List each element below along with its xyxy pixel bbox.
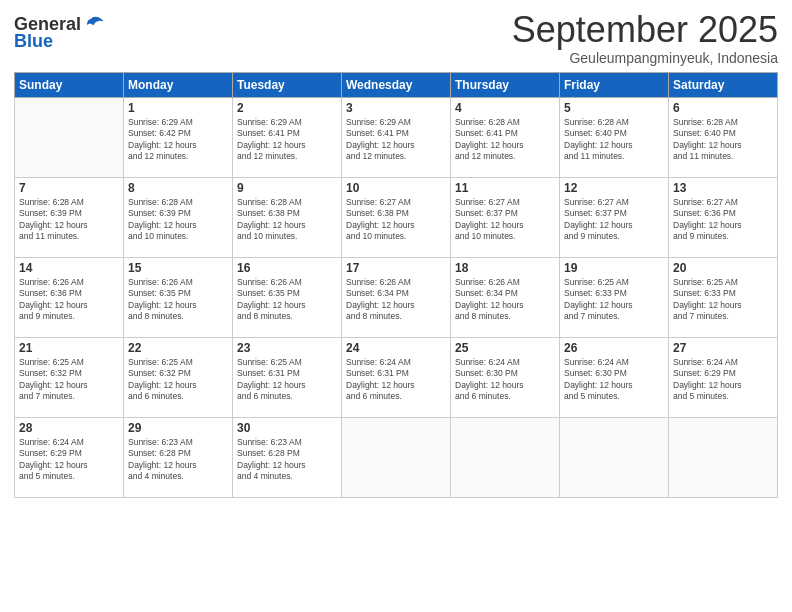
calendar-header: SundayMondayTuesdayWednesdayThursdayFrid… bbox=[15, 72, 778, 97]
day-number: 23 bbox=[237, 341, 337, 355]
day-info: Sunrise: 6:28 AM Sunset: 6:39 PM Dayligh… bbox=[128, 197, 228, 243]
calendar-cell: 4Sunrise: 6:28 AM Sunset: 6:41 PM Daylig… bbox=[451, 97, 560, 177]
calendar-cell: 16Sunrise: 6:26 AM Sunset: 6:35 PM Dayli… bbox=[233, 257, 342, 337]
day-info: Sunrise: 6:25 AM Sunset: 6:33 PM Dayligh… bbox=[673, 277, 773, 323]
header-row: SundayMondayTuesdayWednesdayThursdayFrid… bbox=[15, 72, 778, 97]
day-info: Sunrise: 6:28 AM Sunset: 6:38 PM Dayligh… bbox=[237, 197, 337, 243]
calendar-cell: 28Sunrise: 6:24 AM Sunset: 6:29 PM Dayli… bbox=[15, 417, 124, 497]
day-number: 1 bbox=[128, 101, 228, 115]
day-number: 20 bbox=[673, 261, 773, 275]
header-day-thursday: Thursday bbox=[451, 72, 560, 97]
calendar-cell: 8Sunrise: 6:28 AM Sunset: 6:39 PM Daylig… bbox=[124, 177, 233, 257]
location-subtitle: Geuleumpangminyeuk, Indonesia bbox=[512, 50, 778, 66]
day-number: 19 bbox=[564, 261, 664, 275]
day-number: 21 bbox=[19, 341, 119, 355]
calendar-cell: 25Sunrise: 6:24 AM Sunset: 6:30 PM Dayli… bbox=[451, 337, 560, 417]
calendar-cell: 3Sunrise: 6:29 AM Sunset: 6:41 PM Daylig… bbox=[342, 97, 451, 177]
calendar-week-4: 21Sunrise: 6:25 AM Sunset: 6:32 PM Dayli… bbox=[15, 337, 778, 417]
header-day-wednesday: Wednesday bbox=[342, 72, 451, 97]
day-number: 24 bbox=[346, 341, 446, 355]
day-info: Sunrise: 6:24 AM Sunset: 6:30 PM Dayligh… bbox=[564, 357, 664, 403]
day-number: 15 bbox=[128, 261, 228, 275]
calendar-cell: 30Sunrise: 6:23 AM Sunset: 6:28 PM Dayli… bbox=[233, 417, 342, 497]
day-number: 3 bbox=[346, 101, 446, 115]
calendar-cell: 11Sunrise: 6:27 AM Sunset: 6:37 PM Dayli… bbox=[451, 177, 560, 257]
day-number: 30 bbox=[237, 421, 337, 435]
calendar-cell: 1Sunrise: 6:29 AM Sunset: 6:42 PM Daylig… bbox=[124, 97, 233, 177]
day-number: 2 bbox=[237, 101, 337, 115]
calendar-week-2: 7Sunrise: 6:28 AM Sunset: 6:39 PM Daylig… bbox=[15, 177, 778, 257]
calendar-cell bbox=[451, 417, 560, 497]
day-number: 18 bbox=[455, 261, 555, 275]
calendar-cell: 13Sunrise: 6:27 AM Sunset: 6:36 PM Dayli… bbox=[669, 177, 778, 257]
calendar-cell: 6Sunrise: 6:28 AM Sunset: 6:40 PM Daylig… bbox=[669, 97, 778, 177]
calendar-cell: 18Sunrise: 6:26 AM Sunset: 6:34 PM Dayli… bbox=[451, 257, 560, 337]
day-info: Sunrise: 6:23 AM Sunset: 6:28 PM Dayligh… bbox=[128, 437, 228, 483]
day-number: 22 bbox=[128, 341, 228, 355]
calendar-cell: 19Sunrise: 6:25 AM Sunset: 6:33 PM Dayli… bbox=[560, 257, 669, 337]
calendar-cell: 10Sunrise: 6:27 AM Sunset: 6:38 PM Dayli… bbox=[342, 177, 451, 257]
calendar-cell: 9Sunrise: 6:28 AM Sunset: 6:38 PM Daylig… bbox=[233, 177, 342, 257]
day-number: 4 bbox=[455, 101, 555, 115]
calendar-week-1: 1Sunrise: 6:29 AM Sunset: 6:42 PM Daylig… bbox=[15, 97, 778, 177]
day-info: Sunrise: 6:29 AM Sunset: 6:42 PM Dayligh… bbox=[128, 117, 228, 163]
calendar-cell: 2Sunrise: 6:29 AM Sunset: 6:41 PM Daylig… bbox=[233, 97, 342, 177]
day-info: Sunrise: 6:24 AM Sunset: 6:31 PM Dayligh… bbox=[346, 357, 446, 403]
day-number: 29 bbox=[128, 421, 228, 435]
day-info: Sunrise: 6:26 AM Sunset: 6:35 PM Dayligh… bbox=[128, 277, 228, 323]
month-title: September 2025 bbox=[512, 10, 778, 50]
day-info: Sunrise: 6:28 AM Sunset: 6:41 PM Dayligh… bbox=[455, 117, 555, 163]
day-info: Sunrise: 6:28 AM Sunset: 6:40 PM Dayligh… bbox=[673, 117, 773, 163]
day-number: 25 bbox=[455, 341, 555, 355]
day-info: Sunrise: 6:27 AM Sunset: 6:36 PM Dayligh… bbox=[673, 197, 773, 243]
day-info: Sunrise: 6:27 AM Sunset: 6:37 PM Dayligh… bbox=[455, 197, 555, 243]
day-info: Sunrise: 6:24 AM Sunset: 6:29 PM Dayligh… bbox=[673, 357, 773, 403]
day-info: Sunrise: 6:23 AM Sunset: 6:28 PM Dayligh… bbox=[237, 437, 337, 483]
day-number: 8 bbox=[128, 181, 228, 195]
day-info: Sunrise: 6:26 AM Sunset: 6:34 PM Dayligh… bbox=[346, 277, 446, 323]
day-number: 26 bbox=[564, 341, 664, 355]
day-number: 17 bbox=[346, 261, 446, 275]
logo-bird-icon bbox=[83, 15, 105, 35]
calendar-cell: 21Sunrise: 6:25 AM Sunset: 6:32 PM Dayli… bbox=[15, 337, 124, 417]
day-number: 9 bbox=[237, 181, 337, 195]
calendar-body: 1Sunrise: 6:29 AM Sunset: 6:42 PM Daylig… bbox=[15, 97, 778, 497]
day-number: 13 bbox=[673, 181, 773, 195]
day-info: Sunrise: 6:26 AM Sunset: 6:35 PM Dayligh… bbox=[237, 277, 337, 323]
calendar-cell: 29Sunrise: 6:23 AM Sunset: 6:28 PM Dayli… bbox=[124, 417, 233, 497]
day-number: 16 bbox=[237, 261, 337, 275]
calendar-cell: 24Sunrise: 6:24 AM Sunset: 6:31 PM Dayli… bbox=[342, 337, 451, 417]
day-number: 27 bbox=[673, 341, 773, 355]
calendar-cell: 7Sunrise: 6:28 AM Sunset: 6:39 PM Daylig… bbox=[15, 177, 124, 257]
calendar-cell bbox=[15, 97, 124, 177]
day-number: 11 bbox=[455, 181, 555, 195]
header-day-sunday: Sunday bbox=[15, 72, 124, 97]
calendar-cell: 26Sunrise: 6:24 AM Sunset: 6:30 PM Dayli… bbox=[560, 337, 669, 417]
day-number: 14 bbox=[19, 261, 119, 275]
calendar-cell: 27Sunrise: 6:24 AM Sunset: 6:29 PM Dayli… bbox=[669, 337, 778, 417]
day-info: Sunrise: 6:25 AM Sunset: 6:32 PM Dayligh… bbox=[128, 357, 228, 403]
day-info: Sunrise: 6:24 AM Sunset: 6:29 PM Dayligh… bbox=[19, 437, 119, 483]
logo: General Blue bbox=[14, 14, 105, 52]
day-info: Sunrise: 6:27 AM Sunset: 6:37 PM Dayligh… bbox=[564, 197, 664, 243]
day-number: 12 bbox=[564, 181, 664, 195]
header-day-saturday: Saturday bbox=[669, 72, 778, 97]
day-info: Sunrise: 6:28 AM Sunset: 6:39 PM Dayligh… bbox=[19, 197, 119, 243]
day-info: Sunrise: 6:27 AM Sunset: 6:38 PM Dayligh… bbox=[346, 197, 446, 243]
calendar-cell: 12Sunrise: 6:27 AM Sunset: 6:37 PM Dayli… bbox=[560, 177, 669, 257]
day-number: 28 bbox=[19, 421, 119, 435]
page-container: General Blue September 2025 Geuleumpangm… bbox=[0, 0, 792, 612]
day-info: Sunrise: 6:29 AM Sunset: 6:41 PM Dayligh… bbox=[346, 117, 446, 163]
day-info: Sunrise: 6:24 AM Sunset: 6:30 PM Dayligh… bbox=[455, 357, 555, 403]
calendar-week-3: 14Sunrise: 6:26 AM Sunset: 6:36 PM Dayli… bbox=[15, 257, 778, 337]
header-day-tuesday: Tuesday bbox=[233, 72, 342, 97]
calendar-cell bbox=[342, 417, 451, 497]
day-info: Sunrise: 6:25 AM Sunset: 6:33 PM Dayligh… bbox=[564, 277, 664, 323]
header: General Blue September 2025 Geuleumpangm… bbox=[14, 10, 778, 66]
day-number: 5 bbox=[564, 101, 664, 115]
calendar-cell: 15Sunrise: 6:26 AM Sunset: 6:35 PM Dayli… bbox=[124, 257, 233, 337]
calendar-cell: 5Sunrise: 6:28 AM Sunset: 6:40 PM Daylig… bbox=[560, 97, 669, 177]
calendar-cell: 22Sunrise: 6:25 AM Sunset: 6:32 PM Dayli… bbox=[124, 337, 233, 417]
day-info: Sunrise: 6:25 AM Sunset: 6:31 PM Dayligh… bbox=[237, 357, 337, 403]
calendar-cell: 23Sunrise: 6:25 AM Sunset: 6:31 PM Dayli… bbox=[233, 337, 342, 417]
